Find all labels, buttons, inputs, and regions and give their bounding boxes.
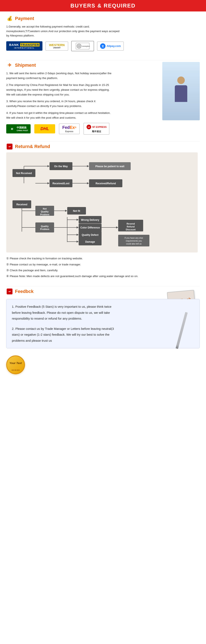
svg-text:Damage: Damage bbox=[85, 240, 95, 243]
china-post-icon: 邮 bbox=[9, 126, 15, 132]
alipay-logo: 支 Alipay.com bbox=[97, 42, 124, 51]
sf-express-logo: SF SF EXPRESS 顺丰速运 bbox=[84, 123, 109, 135]
node-please-be-patient-label: Please be patient to wait bbox=[95, 165, 124, 168]
feedback-para1: 1. Positive Feedback (5 Stars) is very i… bbox=[12, 304, 120, 322]
svg-point-3 bbox=[79, 46, 80, 46]
svg-text:↩: ↩ bbox=[8, 290, 11, 293]
svg-text:Resend: Resend bbox=[126, 222, 135, 225]
shipment-icon: ✈ bbox=[6, 62, 13, 68]
node-quality bbox=[35, 222, 54, 232]
china-post-logo: 邮 中国邮政 CHINA POST bbox=[6, 124, 31, 134]
node-received-lost-label: Received/Lost bbox=[52, 182, 69, 185]
svg-text:Quality Defect: Quality Defect bbox=[82, 234, 99, 236]
feedback-section: ↩ Feedbck Feedback 1. Positive Feedback … bbox=[0, 288, 206, 379]
note-2: ② Please contact us by meesage, e-mail, … bbox=[6, 262, 200, 267]
node-received-refund-label: Received/Refund bbox=[96, 182, 116, 185]
western-union-logo: WESTERN UNION® bbox=[45, 42, 68, 51]
svg-text:Problem: Problem bbox=[40, 213, 49, 216]
feedback-icon: ↩ bbox=[6, 288, 13, 295]
svg-text:Refund: Refund bbox=[127, 225, 135, 228]
shipment-person-image bbox=[162, 62, 200, 120]
fedex-logo: FedEx® Express bbox=[59, 124, 80, 134]
svg-text:requirements you: requirements you bbox=[126, 240, 142, 242]
svg-text:moneybookers: moneybookers bbox=[82, 45, 90, 47]
shipment-para3: 3. When you receive the items you ordere… bbox=[6, 99, 114, 108]
note-1: ① Please check the tracking in formation… bbox=[6, 256, 200, 261]
shipment-logos: 邮 中国邮政 CHINA POST DHL FedEx® Express SF bbox=[6, 123, 200, 135]
sf-express-icon: SF bbox=[86, 124, 91, 130]
shipment-para1: 1. We will sent the items within 2-5days… bbox=[6, 71, 114, 81]
shipment-para4: 4. If you have not got it within the shi… bbox=[6, 111, 114, 120]
node-received-label: Received bbox=[16, 203, 27, 206]
alipay-icon: 支 bbox=[100, 43, 106, 49]
gold-badge-area: Your Text bbox=[6, 352, 200, 374]
svg-text:could also tell us: could also tell us bbox=[126, 243, 141, 245]
refund-notes: ① Please check the tracking in formation… bbox=[6, 256, 200, 279]
refund-section: ↩ Return& Refund Not Received On the Way bbox=[0, 143, 206, 284]
payment-logos: BANK TRANSFER INTERNATIONAL WESTERN UNIO… bbox=[6, 41, 200, 51]
svg-text:Quality: Quality bbox=[41, 225, 49, 228]
refund-flowchart-svg: Not Received On the Way Please be patien… bbox=[6, 152, 198, 252]
svg-text:↩: ↩ bbox=[8, 145, 11, 148]
moneybookers-icon: moneybookers bbox=[75, 42, 90, 50]
node-on-the-way-label: On the Way bbox=[54, 165, 68, 168]
flowchart: Not Received On the Way Please be patien… bbox=[6, 152, 200, 253]
svg-text:支: 支 bbox=[101, 45, 104, 48]
svg-text:邮: 邮 bbox=[11, 128, 13, 130]
divider-1 bbox=[6, 60, 200, 60]
bank-transfer-logo: BANK TRANSFER INTERNATIONAL bbox=[6, 41, 42, 51]
refund-icon: ↩ bbox=[6, 143, 13, 150]
svg-text:Not: Not bbox=[43, 208, 47, 210]
payment-icon: 💰 bbox=[6, 15, 13, 22]
page-header: BUYERS & REQUIRED bbox=[0, 0, 206, 12]
dhl-logo: DHL bbox=[34, 124, 55, 134]
note-4: ④ Please Note: Men made defects are not … bbox=[6, 274, 200, 279]
svg-text:Discount: Discount bbox=[126, 228, 135, 231]
payment-description: 1.Generally, we accept the following pay… bbox=[6, 24, 123, 38]
gold-badge: Your Text bbox=[6, 356, 25, 374]
svg-text:Quality: Quality bbox=[41, 210, 49, 213]
page-title: BUYERS & REQUIRED bbox=[0, 2, 206, 9]
moneybookers-logo: moneybookers bbox=[71, 41, 94, 51]
divider-2 bbox=[6, 141, 200, 142]
svg-text:SF: SF bbox=[88, 126, 90, 128]
note-3: ③ Check the package and Item, carefully. bbox=[6, 268, 200, 273]
divider-3 bbox=[6, 286, 200, 286]
pencil-decoration bbox=[176, 312, 188, 349]
svg-text:Color Difference: Color Difference bbox=[80, 226, 100, 229]
shipment-section: ✈ Shipment 1. We will sent the items wit… bbox=[0, 62, 206, 140]
feedback-box: 1. Positive Feedback (5 Stars) is very i… bbox=[6, 299, 200, 348]
svg-text:Wrong Delivery: Wrong Delivery bbox=[81, 218, 99, 222]
svg-text:Problem: Problem bbox=[40, 228, 49, 230]
payment-title: 💰 Payment bbox=[6, 15, 200, 22]
refund-title: ↩ Return& Refund bbox=[6, 143, 200, 150]
payment-section: 💰 Payment 1.Generally, we accept the fol… bbox=[0, 15, 206, 58]
svg-text:Not fit: Not fit bbox=[73, 210, 80, 212]
feedback-para2: 2. Please contact us by Trade Manager or… bbox=[12, 326, 120, 344]
shipment-para2: 2.The shipment by China Post Registered … bbox=[6, 83, 114, 97]
svg-text:If you have any else: If you have any else bbox=[125, 237, 143, 239]
